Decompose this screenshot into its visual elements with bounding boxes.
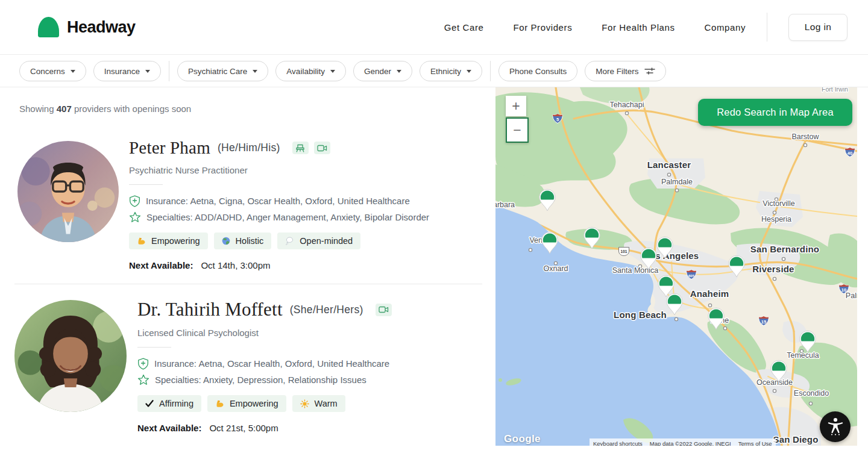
- filter-dropdown-concerns[interactable]: Concerns: [19, 61, 86, 81]
- session-badge-video-icon: [314, 142, 330, 154]
- trait-badges: EmpoweringHolisticOpen-minded: [129, 232, 482, 249]
- headway-logo[interactable]: Headway: [38, 17, 136, 37]
- provider-avatar[interactable]: [14, 300, 127, 412]
- shield-plus-icon: [129, 195, 140, 207]
- nav-item-for-health-plans[interactable]: For Health Plans: [602, 22, 675, 33]
- filter-dropdown-gender[interactable]: Gender: [353, 61, 412, 81]
- map-label-temecula: Temecula: [787, 351, 819, 360]
- town-dot: [675, 189, 678, 192]
- attribution-segment[interactable]: Keyboard shortcuts: [590, 438, 646, 446]
- provider-avatar[interactable]: [17, 141, 119, 242]
- provider-card[interactable]: Peter Pham(He/Him/His)Psychiatric Nurse …: [129, 138, 482, 270]
- zoom-in-button[interactable]: +: [506, 96, 526, 116]
- filter-group-divider: [169, 61, 169, 81]
- chevron-down-icon: [253, 70, 257, 73]
- town-dot: [625, 111, 628, 114]
- nav-divider: [767, 13, 767, 42]
- map-zoom-control: + −: [506, 96, 529, 143]
- chevron-down-icon: [467, 70, 471, 73]
- more-filters-button[interactable]: More Filters: [585, 61, 665, 81]
- map-label-arbara: arbara: [495, 201, 515, 209]
- login-button[interactable]: Log in: [788, 14, 848, 41]
- headway-logo-icon: [38, 17, 59, 37]
- nav-item-company[interactable]: Company: [705, 22, 746, 33]
- provider-name[interactable]: Dr. Tahirih Moffett: [137, 299, 283, 320]
- town-dot: [675, 317, 678, 320]
- trait-badge: Empowering: [129, 232, 208, 249]
- filter-phone-consults[interactable]: Phone Consults: [498, 61, 577, 81]
- filter-dropdown-insurance[interactable]: Insurance: [93, 61, 161, 81]
- meta-text: Insurance: Aetna, Cigna, Oscar Health, O…: [146, 196, 410, 206]
- muscle-icon: [215, 399, 224, 408]
- chevron-down-icon: [397, 70, 401, 73]
- provider-title: Psychiatric Nurse Practitioner: [129, 165, 482, 175]
- town-dot: [708, 304, 711, 307]
- session-badge-video-icon: [376, 304, 392, 316]
- svg-text:605: 605: [688, 274, 695, 278]
- provider-card[interactable]: Dr. Tahirih Moffett(She/Her/Hers)License…: [137, 299, 482, 433]
- showing-count: 407: [57, 104, 72, 114]
- map-panel[interactable]: 5401016051015 Fort IrwinTehachapiBarstow…: [495, 87, 857, 446]
- filter-dropdown-ethnicity[interactable]: Ethnicity: [420, 61, 482, 81]
- town-dot: [773, 211, 776, 214]
- filter-label: More Filters: [596, 67, 638, 76]
- map-label-long-beach: Long Beach: [614, 310, 667, 320]
- next-available: Next Available:Oct 21st, 5:00pm: [137, 423, 482, 433]
- filter-label: Gender: [364, 67, 391, 76]
- google-logo: Google: [504, 433, 541, 445]
- check-icon: [145, 400, 154, 407]
- town-dot: [723, 326, 726, 329]
- map-label-anaheim: Anaheim: [690, 289, 729, 299]
- map-label-palmdale: Palmdale: [661, 178, 693, 186]
- map-label-san-bernardino: San Bernardino: [750, 244, 820, 254]
- nav-item-for-providers[interactable]: For Providers: [513, 22, 572, 33]
- results-count: Showing 407 providers with openings soon: [19, 104, 191, 114]
- attribution-segment[interactable]: Map data ©2022 Google, INEGI: [646, 438, 735, 446]
- map-canvas[interactable]: 5401016051015 Fort IrwinTehachapiBarstow…: [495, 87, 857, 446]
- shield-plus-icon: [137, 358, 149, 370]
- muscle-icon: [137, 237, 146, 245]
- town-dot: [667, 173, 670, 176]
- provider-pronouns: (He/Him/His): [218, 142, 280, 154]
- accessibility-widget-button[interactable]: [820, 411, 851, 442]
- svg-text:101: 101: [621, 249, 627, 254]
- trait-label: Open-minded: [300, 236, 353, 246]
- map-label-fort-irwin: Fort Irwin: [822, 87, 848, 93]
- map-label-hesperia: Hesperia: [761, 215, 791, 223]
- nav-item-get-care[interactable]: Get Care: [444, 22, 484, 33]
- meta-row: Insurance: Aetna, Cigna, Oscar Health, O…: [129, 193, 482, 209]
- map-label-tehachapi: Tehachapi: [610, 101, 644, 109]
- map-label-san-diego: San Diego: [773, 434, 818, 445]
- town-dot: [809, 402, 812, 405]
- star-icon: [137, 374, 149, 385]
- video-icon: [317, 145, 327, 152]
- provider-list: Showing 407 providers with openings soon…: [0, 88, 482, 468]
- filter-bar: ConcernsInsurancePsychiatric CareAvailab…: [0, 55, 868, 87]
- town-dot: [804, 143, 807, 146]
- svg-text:5: 5: [556, 117, 559, 122]
- trait-badge: Holistic: [214, 232, 272, 249]
- filter-dropdown-availability[interactable]: Availability: [275, 61, 346, 81]
- route-shield-101: 101: [619, 248, 629, 256]
- filter-label: Insurance: [104, 67, 140, 76]
- attribution-segment[interactable]: Terms of Use: [735, 438, 776, 446]
- map-label-oceanside: Oceanside: [756, 378, 793, 387]
- meta-text: Specialties: ADD/ADHD, Anger Management,…: [146, 212, 429, 222]
- showing-prefix: Showing: [19, 104, 57, 114]
- sliders-icon: [644, 67, 655, 75]
- provider-name-row: Dr. Tahirih Moffett(She/Her/Hers): [137, 299, 482, 320]
- title-divider: [129, 184, 163, 185]
- star-icon: [129, 211, 141, 223]
- filter-label: Ethnicity: [430, 67, 461, 76]
- provider-name[interactable]: Peter Pham: [129, 138, 210, 158]
- card-divider: [14, 284, 482, 284]
- map-label-riverside: Riverside: [752, 264, 794, 274]
- provider-meta: Insurance: Aetna, Cigna, Oscar Health, O…: [129, 193, 482, 225]
- showing-suffix: providers with openings soon: [72, 104, 191, 114]
- filter-dropdown-psychiatric-care[interactable]: Psychiatric Care: [177, 61, 268, 81]
- trait-label: Holistic: [236, 236, 264, 246]
- redo-search-button[interactable]: Redo Search in Map Area: [698, 99, 852, 126]
- next-available: Next Available:Oct 14th, 3:00pm: [129, 260, 482, 270]
- zoom-out-button[interactable]: −: [506, 117, 529, 143]
- chair-icon: [295, 144, 305, 152]
